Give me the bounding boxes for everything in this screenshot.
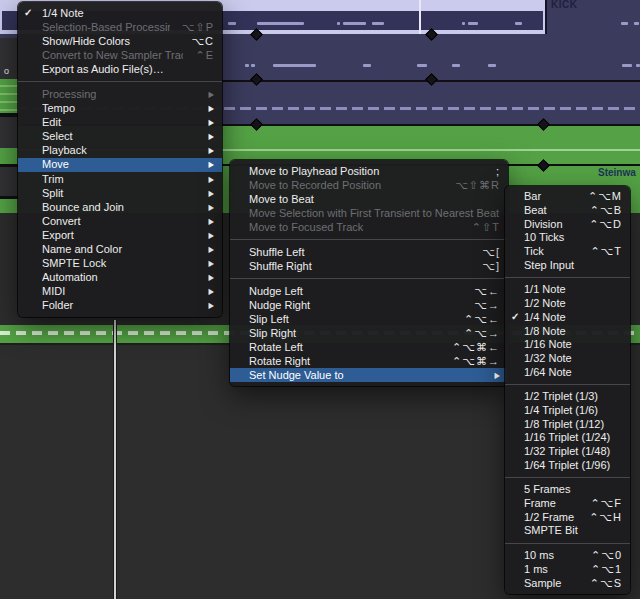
logic-arrange-area: KICK Steinwa o ✓1/4 NoteSelection-Based … [0,0,640,599]
shortcut-label: ⌃⌥→ [464,328,500,339]
menu-item-export[interactable]: Export▶ [18,228,222,242]
menu-item-1-1-note[interactable]: 1/1 Note [505,283,630,297]
menu-item-1-32-triplet-1-48[interactable]: 1/32 Triplet (1/48) [505,445,630,459]
menu-item-label: Processing [42,89,201,100]
menu-item-name-and-color[interactable]: Name and Color▶ [18,243,222,257]
menu-item-label: 1/32 Note [524,353,622,364]
menu-item-label: 1/4 Triplet (1/6) [524,405,622,416]
submenu-arrow-icon: ▶ [209,260,214,268]
menu-item-1-4-note[interactable]: ✓1/4 Note [505,311,630,325]
menu-item-tick[interactable]: Tick⌃⌥T [505,245,630,259]
menu-item-1-64-note[interactable]: 1/64 Note [505,365,630,379]
menu-item-1-8-note[interactable]: 1/8 Note [505,324,630,338]
midi-note-dash [622,64,632,67]
midi-note-dash [363,64,371,67]
track-edge-band [0,199,18,213]
menu-item-label: Playback [42,145,201,156]
menu-item-5-frames[interactable]: 5 Frames [505,483,630,497]
menu-item-1-8-triplet-1-12[interactable]: 1/8 Triplet (1/12) [505,417,630,431]
menu-item-tempo[interactable]: Tempo▶ [18,102,222,116]
menu-item-label: Move [42,159,201,170]
menu-item-move[interactable]: Move▶ [18,158,222,172]
menu-separator [505,543,630,544]
midi-note-dash [257,22,304,25]
menu-item-label: 1/2 Note [524,298,622,309]
midi-note-dash [228,22,236,25]
midi-note-dash [452,64,460,67]
menu-item-beat[interactable]: Beat⌃⌥B [505,204,630,218]
menu-separator [505,477,630,478]
menu-item-label: Slip Left [249,314,452,325]
menu-item-1-ms[interactable]: 1 ms⌃⌥1 [505,563,630,577]
menu-item-1-4-note[interactable]: ✓1/4 Note [18,6,222,20]
menu-item-midi[interactable]: MIDI▶ [18,285,222,299]
menu-item-label: 1/1 Note [524,284,622,295]
menu-item-move-to-playhead-position[interactable]: Move to Playhead Position; [230,164,508,178]
menu-item-label: Name and Color [42,244,201,255]
menu-item-select[interactable]: Select▶ [18,130,222,144]
menu-item-slip-right[interactable]: Slip Right⌃⌥→ [230,326,508,340]
menu-item-label: 10 Ticks [524,232,622,243]
menu-item-bar[interactable]: Bar⌃⌥M [505,190,630,204]
menu-item-automation[interactable]: Automation▶ [18,271,222,285]
playhead-line[interactable] [113,320,117,599]
midi-note-dash [273,64,316,67]
menu-item-label: Beat [524,205,578,216]
menu-item-export-as-audio-file-s[interactable]: Export as Audio File(s)… [18,62,222,76]
menu-item-label: Convert [42,216,201,227]
menu-item-smpte-bit[interactable]: SMPTE Bit [505,524,630,538]
checkmark-icon: ✓ [24,8,42,18]
submenu-arrow-icon: ▶ [209,274,214,282]
shortcut-label: ⌥⇧⌘R [455,180,500,191]
menu-item-step-input[interactable]: Step Input [505,258,630,272]
menu-item-1-32-note[interactable]: 1/32 Note [505,352,630,366]
shortcut-label: ⌃⌥← [464,314,500,325]
menu-item-label: Bounce and Join [42,202,201,213]
menu-item-processing: Processing▶ [18,87,222,101]
midi-note-dash [621,22,628,25]
menu-item-10-ms[interactable]: 10 ms⌃⌥0 [505,549,630,563]
menu-item-trim[interactable]: Trim▶ [18,172,222,186]
menu-item-frame[interactable]: Frame⌃⌥F [505,497,630,511]
menu-item-set-nudge-value-to[interactable]: Set Nudge Value to▶ [230,368,508,382]
menu-item-slip-left[interactable]: Slip Left⌃⌥← [230,312,508,326]
menu-item-split[interactable]: Split▶ [18,186,222,200]
menu-item-division[interactable]: Division⌃⌥D [505,217,630,231]
menu-item-label: Rotate Left [249,342,440,353]
submenu-arrow-icon: ▶ [209,175,214,183]
shortcut-label: ⌥⇧P [182,22,214,33]
menu-item-convert[interactable]: Convert▶ [18,214,222,228]
menu-item-1-2-frame[interactable]: 1/2 Frame⌃⌥H [505,510,630,524]
menu-item-smpte-lock[interactable]: SMPTE Lock▶ [18,257,222,271]
menu-item-1-2-triplet-1-3[interactable]: 1/2 Triplet (1/3) [505,390,630,404]
menu-item-label: 1/32 Triplet (1/48) [524,446,622,457]
menu-item-1-16-note[interactable]: 1/16 Note [505,338,630,352]
menu-item-move-to-beat[interactable]: Move to Beat [230,192,508,206]
menu-item-label: Edit [42,117,201,128]
menu-item-nudge-right[interactable]: Nudge Right⌥→ [230,298,508,312]
menu-item-1-16-triplet-1-24[interactable]: 1/16 Triplet (1/24) [505,431,630,445]
menu-item-1-2-note[interactable]: 1/2 Note [505,297,630,311]
menu-item-rotate-right[interactable]: Rotate Right⌃⌥⌘→ [230,354,508,368]
menu-item-label: Nudge Right [249,300,462,311]
menu-item-label: 5 Frames [524,484,622,495]
menu-item-move-selection-with-first-transient-to-nearest-beat: Move Selection with First Transient to N… [230,206,508,220]
menu-item-show-hide-colors[interactable]: Show/Hide Colors⌥C [18,34,222,48]
region-context-menu: ✓1/4 NoteSelection-Based Processing…⌥⇧PS… [18,2,222,317]
menu-item-playback[interactable]: Playback▶ [18,144,222,158]
menu-item-bounce-and-join[interactable]: Bounce and Join▶ [18,200,222,214]
menu-item-1-4-triplet-1-6[interactable]: 1/4 Triplet (1/6) [505,404,630,418]
menu-separator [230,239,508,240]
menu-item-10-ticks[interactable]: 10 Ticks [505,231,630,245]
menu-item-shuffle-right[interactable]: Shuffle Right⌥] [230,259,508,273]
menu-item-nudge-left[interactable]: Nudge Left⌥← [230,284,508,298]
menu-item-folder[interactable]: Folder▶ [18,299,222,313]
shortcut-label: ⌃⌥D [589,219,622,230]
menu-item-rotate-left[interactable]: Rotate Left⌃⌥⌘← [230,340,508,354]
menu-item-sample[interactable]: Sample⌃⌥S [505,576,630,590]
midi-note-dash [337,22,340,25]
menu-item-shuffle-left[interactable]: Shuffle Left⌥[ [230,245,508,259]
menu-item-1-64-triplet-1-96[interactable]: 1/64 Triplet (1/96) [505,458,630,472]
shortcut-label: ⌃⌥⌘→ [452,356,500,367]
menu-item-edit[interactable]: Edit▶ [18,116,222,130]
